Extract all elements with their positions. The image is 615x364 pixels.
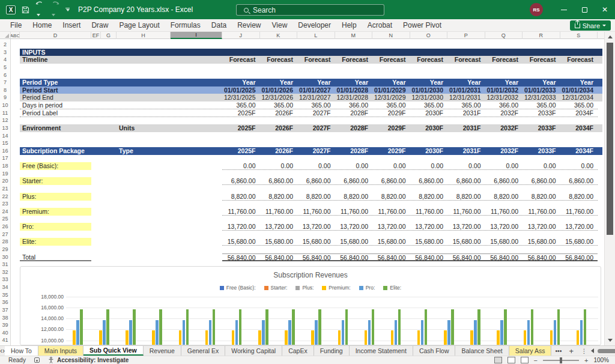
row-number-17[interactable]: 17	[0, 154, 10, 162]
column-header-P[interactable]: P	[447, 32, 485, 39]
cell-value[interactable]: 8,820.00	[523, 193, 560, 200]
ribbon-tab-review[interactable]: Review	[232, 19, 266, 32]
cell-value[interactable]: 01/01/2029	[372, 86, 410, 94]
row-number-20[interactable]: 20	[0, 177, 10, 185]
column-header-I[interactable]: I	[171, 32, 222, 39]
cell-value[interactable]: 56,840.00	[260, 254, 298, 260]
cell-value[interactable]: Forecast	[560, 56, 598, 64]
cell-value[interactable]: 01/01/2034	[560, 86, 598, 94]
cell-value[interactable]: 8,820.00	[410, 193, 448, 200]
cell-environment-label[interactable]: Environment	[22, 124, 91, 132]
row-number-21[interactable]: 21	[0, 185, 10, 193]
cell-value[interactable]: 0.00	[297, 162, 335, 169]
cell-value[interactable]: 56,840.00	[485, 254, 523, 260]
cell-value[interactable]: 15,680.00	[523, 238, 560, 245]
cell-type-label[interactable]: Type	[119, 147, 171, 155]
cell-value[interactable]: 56,840.00	[560, 254, 598, 260]
select-all-corner[interactable]	[0, 32, 11, 38]
cell-value[interactable]: Forecast	[485, 56, 523, 64]
cell-value[interactable]: 15,680.00	[410, 238, 448, 245]
cell-value[interactable]: 12/31/2030	[410, 94, 448, 102]
cell-value[interactable]: Year	[410, 79, 448, 86]
cell-value[interactable]: 56,840.00	[447, 254, 485, 260]
cell-value[interactable]: 6,860.00	[447, 177, 485, 184]
share-button[interactable]: Share	[570, 20, 611, 31]
cell-value[interactable]: Year	[260, 79, 298, 86]
cell-value[interactable]: 11,760.00	[410, 208, 448, 215]
save-icon[interactable]	[22, 6, 29, 14]
cell-value[interactable]: 56,840.00	[410, 254, 448, 260]
sheet-tab-balance-sheet[interactable]: Balance Sheet	[455, 346, 509, 356]
row-number-41[interactable]: 41	[0, 336, 10, 344]
cell-value[interactable]: 12/31/2026	[260, 94, 298, 102]
cell-value[interactable]: 11,760.00	[335, 208, 373, 215]
row-number-18[interactable]: 18	[0, 162, 10, 170]
row-number-13[interactable]: 13	[0, 124, 10, 132]
cell-value[interactable]: Year	[523, 79, 560, 86]
page-break-view-icon[interactable]	[521, 357, 529, 363]
sheet-tab-general-ex[interactable]: General Ex	[181, 346, 226, 356]
cell-value[interactable]: 8,820.00	[297, 193, 335, 200]
cell-value[interactable]: 12/31/2032	[485, 94, 523, 102]
cell-value[interactable]: 13,720.00	[485, 223, 523, 230]
cell-value[interactable]: 0.00	[485, 162, 523, 169]
column-header-N[interactable]: N	[372, 32, 410, 39]
row-number-28[interactable]: 28	[0, 238, 10, 246]
cell-value[interactable]: 56,840.00	[335, 254, 373, 260]
row-number-16[interactable]: 16	[0, 147, 10, 155]
add-sheet-button[interactable]: +	[565, 346, 577, 356]
cell-value[interactable]: Forecast	[335, 56, 373, 64]
cell-package-label[interactable]: Free (Basic):	[20, 162, 91, 170]
cell-value[interactable]: 0.00	[372, 162, 410, 169]
cell-value[interactable]: 2029F	[372, 124, 410, 132]
cell-value[interactable]: 2030F	[410, 124, 448, 132]
column-header-Q[interactable]: Q	[485, 32, 523, 39]
page-layout-view-icon[interactable]	[507, 357, 515, 363]
cell-value[interactable]: 13,720.00	[297, 223, 335, 230]
vertical-scrollbar-thumb[interactable]	[607, 43, 613, 235]
ribbon-tab-power-pivot[interactable]: Power Pivot	[398, 19, 447, 32]
sheet-tab-income-statement[interactable]: Income Statement	[350, 346, 413, 356]
cell-value[interactable]: Year	[485, 79, 523, 86]
row-number-22[interactable]: 22	[0, 193, 10, 201]
cell-value[interactable]: 6,860.00	[485, 177, 523, 184]
cell-value[interactable]: 15,680.00	[485, 238, 523, 245]
sheet-tab-capex[interactable]: CapEx	[282, 346, 314, 356]
row-number-33[interactable]: 33	[0, 276, 10, 284]
cell-value[interactable]: 2028F	[335, 147, 373, 155]
cell-value[interactable]: 6,860.00	[410, 177, 448, 184]
worksheet[interactable]: 1234567891011121314151617181920212223242…	[0, 39, 604, 345]
column-header-L[interactable]: L	[297, 32, 335, 39]
cell-value[interactable]: 15,680.00	[335, 238, 373, 245]
cell-value[interactable]: 12/31/2031	[447, 94, 485, 102]
cell-value[interactable]: 15,680.00	[372, 238, 410, 245]
cell-value[interactable]: 11,760.00	[222, 208, 260, 215]
tab-scrollbar-thumb[interactable]	[598, 349, 615, 353]
cell-value[interactable]: 13,720.00	[560, 223, 598, 230]
cell-value[interactable]: 0.00	[410, 162, 448, 169]
cell-value[interactable]: 15,680.00	[560, 238, 598, 245]
cell-value[interactable]: 2033F	[523, 124, 560, 132]
scroll-down-icon[interactable]	[608, 339, 613, 342]
cell-value[interactable]: 0.00	[260, 162, 298, 169]
cell-period-start-label[interactable]: Period Start	[22, 86, 91, 94]
cell-value[interactable]: 13,720.00	[222, 223, 260, 230]
cell-package-label[interactable]: Starter:	[20, 177, 91, 185]
row-number-39[interactable]: 39	[0, 321, 10, 329]
row-number-4[interactable]: 4	[0, 56, 10, 64]
customize-toolbar-icon[interactable]	[65, 8, 70, 11]
cell-value[interactable]: 01/01/2027	[297, 86, 335, 94]
column-header-R[interactable]: R	[523, 32, 560, 39]
column-header-J[interactable]: J	[222, 32, 260, 39]
cell-value[interactable]: 2033F	[523, 147, 560, 155]
cell-value[interactable]: 12/31/2025	[222, 94, 260, 102]
cell-value[interactable]: 11,760.00	[297, 208, 335, 215]
row-number-9[interactable]: 9	[0, 94, 10, 102]
cell-value[interactable]: Forecast	[372, 56, 410, 64]
row-number-25[interactable]: 25	[0, 215, 10, 223]
cell-value[interactable]: 0.00	[222, 162, 260, 169]
cell-value[interactable]: 11,760.00	[260, 208, 298, 215]
cell-value[interactable]: 6,860.00	[372, 177, 410, 184]
column-header-K[interactable]: K	[260, 32, 298, 39]
cell-value[interactable]: 0.00	[335, 162, 373, 169]
